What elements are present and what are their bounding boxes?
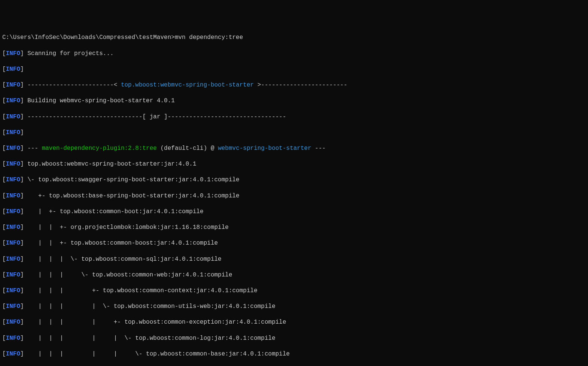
log-line: [INFO] | | | \- top.wboost:common-sql:ja… <box>2 255 586 263</box>
prompt-line: C:\Users\InfoSec\Downloads\Compressed\te… <box>2 34 586 42</box>
plugin-name: maven-dependency-plugin:2.8:tree <box>42 145 157 152</box>
log-line: [INFO] | | | +- top.wboost:common-contex… <box>2 287 586 295</box>
log-line: [INFO] | | +- org.projectlombok:lombok:j… <box>2 224 586 232</box>
log-line: [INFO] \- top.wboost:swagger-spring-boot… <box>2 176 586 184</box>
log-line: [INFO] <box>2 66 586 73</box>
log-line: [INFO] | | | \- top.wboost:common-web:ja… <box>2 271 586 279</box>
log-line: [INFO] top.wboost:webmvc-spring-boot-sta… <box>2 160 586 168</box>
log-line: [INFO] Building webmvc-spring-boot-start… <box>2 97 586 105</box>
log-line: [INFO] | | | | | \- top.wboost:common-lo… <box>2 335 586 342</box>
log-line: [INFO] | | | | \- top.wboost:common-util… <box>2 303 586 311</box>
log-line: [INFO] Scanning for projects... <box>2 50 586 58</box>
log-line: [INFO] <box>2 129 586 137</box>
artifact-link: top.wboost:webmvc-spring-boot-starter <box>121 82 254 88</box>
log-line: [INFO] | | | | | \- top.wboost:common-ba… <box>2 350 586 358</box>
log-line: [INFO] --------------------------------[… <box>2 113 586 121</box>
log-line: [INFO] | | +- top.wboost:common-boost:ja… <box>2 239 586 247</box>
log-line: [INFO] ------------------------< top.wbo… <box>2 81 586 89</box>
log-line: [INFO] --- maven-dependency-plugin:2.8:t… <box>2 145 586 152</box>
log-line: [INFO] +- top.wboost:base-spring-boot-st… <box>2 192 586 200</box>
log-line: [INFO] | | | | +- top.wboost:common-exce… <box>2 318 586 326</box>
log-line: [INFO] | +- top.wboost:common-boot:jar:4… <box>2 208 586 216</box>
artifact-link: webmvc-spring-boot-starter <box>218 145 311 152</box>
